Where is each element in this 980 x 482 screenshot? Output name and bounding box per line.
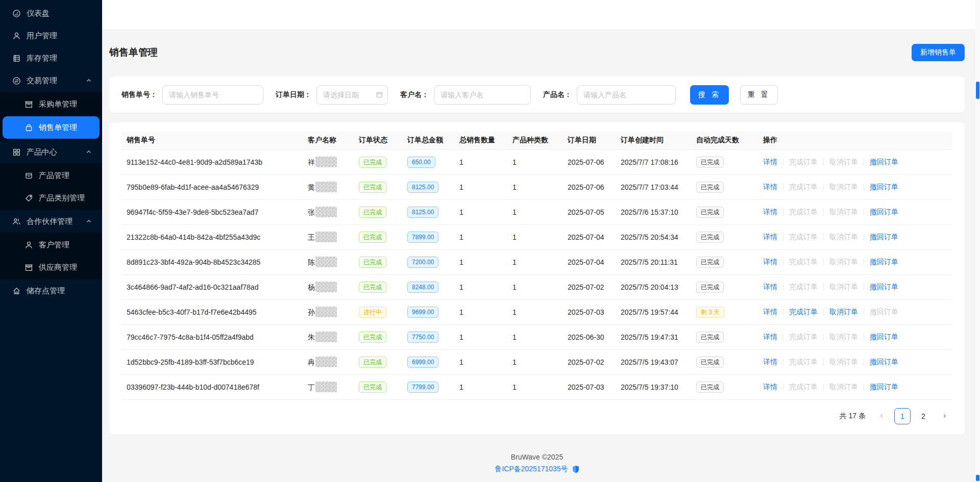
sidebar-item-partners[interactable]: 合作伙伴管理	[0, 210, 102, 233]
complete-order-link[interactable]: 完成订单	[789, 208, 818, 216]
sidebar-item-storage-points[interactable]: 储存点管理	[0, 280, 102, 302]
order-no-cell: 8d891c23-3bf4-492a-904b-8b4523c34285	[121, 249, 303, 274]
status-cell: 已完成	[354, 174, 402, 199]
complete-order-link[interactable]: 完成订单	[789, 383, 818, 391]
actions-cell: 详情完成订单取消订单撤回订单	[758, 324, 952, 349]
cancel-order-link[interactable]: 取消订单	[829, 233, 858, 241]
withdraw-order-link[interactable]: 撤回订单	[870, 258, 898, 266]
withdraw-order-link[interactable]: 撤回订单	[870, 283, 898, 291]
withdraw-order-link[interactable]: 撤回订单	[870, 308, 898, 316]
withdraw-order-link[interactable]: 撤回订单	[870, 333, 898, 341]
order-no-cell: 795b0e89-6fab-4d1f-acee-aa4a54676329	[121, 174, 303, 199]
order-no-label: 销售单号：	[121, 90, 157, 99]
complete-order-link[interactable]: 完成订单	[789, 358, 818, 366]
action-separator	[823, 334, 824, 340]
status-cell: 已完成	[354, 249, 402, 274]
detail-link[interactable]: 详情	[763, 333, 777, 341]
action-separator	[864, 284, 864, 290]
withdraw-order-link[interactable]: 撤回订单	[870, 358, 898, 366]
withdraw-order-link[interactable]: 撤回订单	[870, 383, 898, 391]
detail-link[interactable]: 详情	[763, 283, 777, 291]
sidebar-item-sales-orders[interactable]: 销售单管理	[3, 116, 100, 139]
cancel-order-link[interactable]: 取消订单	[829, 283, 858, 291]
withdraw-order-link[interactable]: 撤回订单	[870, 233, 898, 241]
customer-icon	[24, 241, 33, 249]
complete-order-link[interactable]: 完成订单	[789, 258, 818, 266]
next-page-button[interactable]	[936, 408, 952, 424]
sidebar-item-product-categories[interactable]: 产品类别管理	[0, 187, 102, 209]
add-sales-order-button[interactable]: 新增销售单	[912, 44, 965, 61]
complete-order-link[interactable]: 完成订单	[789, 308, 818, 316]
cancel-order-link[interactable]: 取消订单	[829, 383, 858, 391]
amount-cell: 9699.00	[402, 299, 454, 324]
cancel-order-link[interactable]: 取消订单	[829, 158, 858, 166]
order-no-input[interactable]	[162, 85, 263, 105]
reset-button[interactable]: 重 置	[740, 85, 778, 105]
sidebar-item-label: 产品管理	[39, 171, 69, 181]
qty-cell: 1	[454, 374, 507, 399]
created-time-cell: 2025/7/5 20:54:34	[616, 224, 691, 249]
search-button[interactable]: 搜 索	[690, 85, 729, 105]
order-date-cell: 2025-07-05	[562, 199, 616, 224]
cancel-order-link[interactable]: 取消订单	[829, 358, 858, 366]
table-body: 9113e152-44c0-4e81-90d9-a2d589a1743b 祥 已…	[121, 149, 952, 399]
withdraw-order-link[interactable]: 撤回订单	[870, 208, 898, 216]
sidebar-item-inventory[interactable]: 库存管理	[0, 47, 102, 69]
cancel-order-link[interactable]: 取消订单	[829, 333, 858, 341]
purchase-order-icon	[24, 100, 33, 109]
complete-order-link[interactable]: 完成订单	[789, 333, 818, 341]
auto-days-badge: 已完成	[696, 257, 724, 268]
sidebar-item-transactions[interactable]: 交易管理	[0, 69, 102, 92]
page-button-1[interactable]: 1	[894, 408, 911, 424]
sidebar-item-purchase-orders[interactable]: 采购单管理	[0, 93, 102, 115]
sidebar-item-label: 采购单管理	[39, 99, 77, 109]
complete-order-link[interactable]: 完成订单	[789, 183, 818, 191]
detail-link[interactable]: 详情	[763, 208, 777, 216]
sidebar-item-dashboard[interactable]: 仪表盘	[0, 2, 102, 24]
qty-cell: 1	[454, 149, 507, 174]
icp-link[interactable]: 鲁ICP备2025171035号	[495, 465, 568, 474]
sidebar-item-products[interactable]: 产品管理	[0, 164, 102, 187]
detail-link[interactable]: 详情	[763, 308, 777, 316]
action-separator	[783, 184, 783, 190]
table-row: 1d52bbc9-25fb-4189-b3ff-53f7bcb6ce19 冉 已…	[121, 349, 952, 374]
prev-page-button[interactable]	[873, 408, 890, 424]
created-time-cell: 2025/7/5 19:43:07	[616, 349, 691, 374]
order-date-cell: 2025-07-04	[562, 249, 616, 274]
page-button-2[interactable]: 2	[915, 408, 932, 424]
cancel-order-link[interactable]: 取消订单	[829, 183, 858, 191]
chevron-up-icon	[86, 149, 92, 155]
detail-link[interactable]: 详情	[763, 383, 777, 391]
scrollbar-track[interactable]	[975, 0, 980, 482]
customer-name-text: 丁	[308, 383, 315, 391]
detail-link[interactable]: 详情	[763, 183, 777, 191]
redacted-name-mosaic	[315, 357, 337, 367]
complete-order-link[interactable]: 完成订单	[789, 233, 818, 241]
action-separator	[864, 159, 864, 165]
order-no-cell: 79cc46c7-7975-4c8a-b1f4-05ff2a4f9abd	[121, 324, 303, 349]
cancel-order-link[interactable]: 取消订单	[829, 258, 858, 266]
status-badge: 已完成	[359, 332, 386, 343]
withdraw-order-link[interactable]: 撤回订单	[870, 183, 898, 191]
sidebar-item-suppliers[interactable]: 供应商管理	[0, 256, 102, 278]
sidebar-item-users[interactable]: 用户管理	[0, 24, 102, 47]
customer-name-input[interactable]	[434, 85, 531, 105]
detail-link[interactable]: 详情	[763, 158, 777, 166]
detail-link[interactable]: 详情	[763, 258, 777, 266]
detail-link[interactable]: 详情	[763, 233, 777, 241]
status-cell: 已完成	[354, 224, 402, 249]
scrollbar-thumb[interactable]	[976, 82, 979, 99]
sidebar-item-product-center[interactable]: 产品中心	[0, 141, 102, 163]
detail-link[interactable]: 详情	[763, 358, 777, 366]
product-name-input[interactable]	[577, 85, 676, 105]
qty-cell: 1	[454, 224, 507, 249]
complete-order-link[interactable]: 完成订单	[789, 283, 818, 291]
sidebar-item-customers[interactable]: 客户管理	[0, 234, 102, 256]
redacted-name-mosaic	[315, 157, 337, 167]
main-content: 销售单管理 新增销售单 销售单号： 订单日期： 客户名： 产品名： 搜 索 重 …	[102, 0, 980, 482]
withdraw-order-link[interactable]: 撤回订单	[870, 158, 898, 166]
cancel-order-link[interactable]: 取消订单	[829, 308, 858, 316]
complete-order-link[interactable]: 完成订单	[789, 158, 818, 166]
cancel-order-link[interactable]: 取消订单	[829, 208, 858, 216]
amount-cell: 8248.00	[402, 274, 454, 299]
